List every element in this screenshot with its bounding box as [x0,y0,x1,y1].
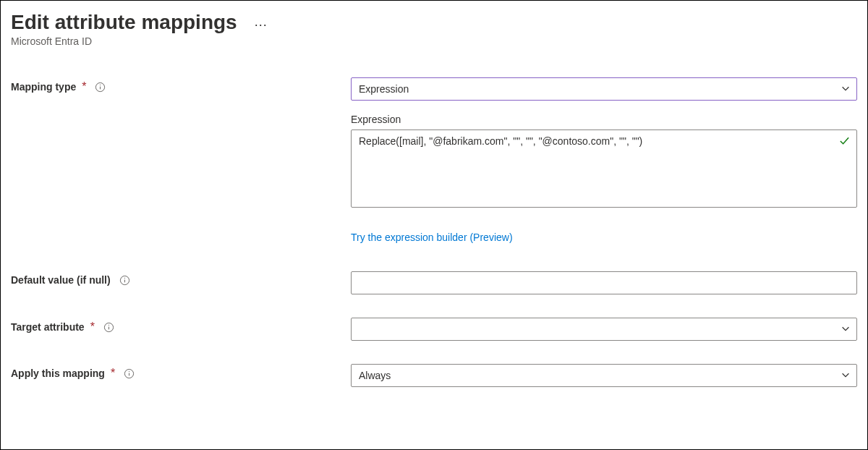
mapping-type-value: Expression [359,83,409,95]
required-marker: * [111,367,115,380]
info-icon[interactable] [103,322,114,333]
chevron-down-icon [841,370,851,382]
info-icon[interactable] [119,275,130,286]
checkmark-icon [839,135,850,149]
more-actions-icon[interactable]: ··· [255,13,268,33]
required-marker: * [90,320,95,334]
expression-builder-link[interactable]: Try the expression builder (Preview) [351,232,513,243]
svg-point-2 [100,84,101,85]
info-icon[interactable] [124,368,135,379]
default-value-label: Default value (if null) [11,274,111,286]
mapping-type-select[interactable]: Expression [351,77,857,101]
page-title: Edit attribute mappings [11,11,237,34]
target-attribute-select[interactable] [351,318,857,341]
mapping-type-label: Mapping type [11,81,76,93]
apply-mapping-value: Always [359,370,391,381]
svg-point-8 [109,324,109,325]
svg-point-11 [129,370,129,371]
expression-input[interactable] [351,130,857,208]
expression-label: Expression [351,114,857,125]
apply-mapping-select[interactable]: Always [351,364,857,387]
apply-mapping-label: Apply this mapping [11,368,105,379]
chevron-down-icon [841,83,851,95]
svg-point-5 [124,277,125,278]
default-value-input[interactable] [351,271,857,294]
target-attribute-label: Target attribute [11,321,85,333]
info-icon[interactable] [95,82,106,93]
chevron-down-icon [841,323,851,336]
page-subtitle: Microsoft Entra ID [11,35,857,47]
required-marker: * [82,80,86,93]
